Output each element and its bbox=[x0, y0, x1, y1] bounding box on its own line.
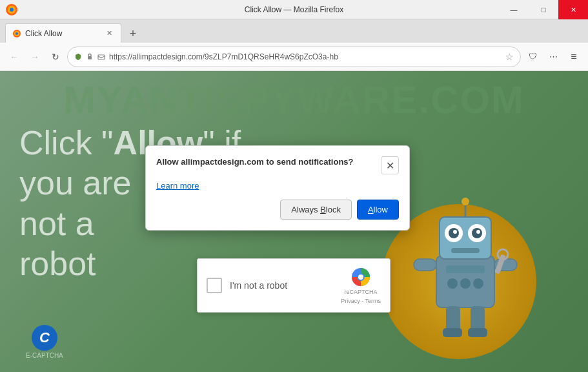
recaptcha-logo-area: reCAPTCHA Privacy - Terms bbox=[341, 267, 381, 304]
close-button[interactable]: ✕ bbox=[558, 0, 588, 19]
notification-popup: Allow allimpactdesign.com to send notifi… bbox=[145, 145, 410, 231]
popup-close-button[interactable]: ✕ bbox=[381, 156, 399, 174]
navbar: ← → ↻ https://allimpactdesign.com/9sZLP7… bbox=[0, 43, 588, 71]
allow-button[interactable]: Allow bbox=[357, 200, 399, 220]
tab-favicon bbox=[12, 29, 21, 38]
ecaptcha-letter: C bbox=[39, 329, 50, 346]
shield-small-icon bbox=[74, 53, 82, 61]
recaptcha-label: I'm not a robot bbox=[230, 280, 333, 291]
always-block-label: Always Block bbox=[291, 205, 341, 214]
svg-rect-7 bbox=[98, 55, 105, 59]
allow-label: Allow bbox=[368, 205, 388, 214]
address-icons: ☆ bbox=[505, 52, 514, 62]
toolbar-right: 🛡 ⋯ ≡ bbox=[523, 48, 583, 66]
recaptcha-logo bbox=[350, 267, 371, 287]
svg-point-17 bbox=[461, 198, 469, 205]
ecaptcha-logo: C bbox=[32, 325, 57, 351]
back-button[interactable]: ← bbox=[5, 48, 23, 66]
popup-title: Allow allimpactdesign.com to send notifi… bbox=[156, 156, 354, 168]
active-tab[interactable]: Click Allow ✕ bbox=[5, 23, 121, 43]
titlebar: Click Allow — Mozilla Firefox — □ ✕ bbox=[0, 0, 588, 19]
svg-point-22 bbox=[473, 278, 483, 289]
svg-point-15 bbox=[476, 230, 480, 234]
tab-label: Click Allow bbox=[25, 29, 62, 38]
always-block-button[interactable]: Always Block bbox=[280, 200, 352, 220]
minimize-button[interactable]: — bbox=[499, 0, 529, 19]
notification-icon bbox=[97, 53, 105, 61]
svg-point-14 bbox=[453, 230, 457, 234]
bookmark-icon[interactable]: ☆ bbox=[505, 52, 514, 62]
lock-icon bbox=[86, 53, 94, 61]
extensions-button[interactable]: ⋯ bbox=[544, 48, 562, 66]
reload-button[interactable]: ↻ bbox=[46, 48, 65, 66]
svg-point-31 bbox=[358, 274, 363, 280]
popup-header: Allow allimpactdesign.com to send notifi… bbox=[156, 156, 399, 174]
learn-more-link[interactable]: Learn more bbox=[156, 181, 199, 191]
svg-rect-29 bbox=[443, 328, 462, 337]
recaptcha-brand: reCAPTCHA bbox=[345, 289, 378, 296]
ecaptcha-area: C E-CAPTCHA bbox=[26, 325, 63, 359]
svg-rect-6 bbox=[88, 56, 92, 59]
ecaptcha-label: E-CAPTCHA bbox=[26, 352, 63, 359]
window-controls: — □ ✕ bbox=[499, 0, 588, 19]
page-content: MYANTISPYWARE.COM Click "Allow" if you a… bbox=[0, 71, 588, 372]
url-text: https://allimpactdesign.com/9sZLP7mD1QRS… bbox=[109, 52, 502, 61]
recaptcha-checkbox[interactable] bbox=[207, 278, 222, 293]
window-title: Click Allow — Mozilla Firefox bbox=[245, 5, 343, 14]
popup-buttons: Always Block Allow bbox=[156, 200, 399, 220]
svg-point-5 bbox=[15, 32, 18, 35]
tabbar: Click Allow ✕ + bbox=[0, 19, 588, 43]
maximize-button[interactable]: □ bbox=[529, 0, 558, 19]
recaptcha-widget: I'm not a robot reCAPTCHA Privacy - Term… bbox=[197, 258, 390, 313]
shield-button[interactable]: 🛡 bbox=[523, 48, 542, 66]
svg-rect-19 bbox=[446, 265, 485, 273]
svg-point-2 bbox=[10, 8, 14, 12]
forward-button[interactable]: → bbox=[26, 48, 44, 66]
svg-rect-18 bbox=[451, 248, 480, 253]
svg-rect-23 bbox=[414, 259, 436, 271]
svg-rect-30 bbox=[468, 328, 487, 337]
recaptcha-privacy: Privacy - Terms bbox=[341, 298, 381, 304]
firefox-logo bbox=[5, 3, 18, 16]
new-tab-button[interactable]: + bbox=[124, 25, 142, 43]
watermark-text: MYANTISPYWARE.COM bbox=[0, 78, 588, 122]
svg-point-21 bbox=[460, 278, 471, 289]
robot-svg bbox=[401, 178, 530, 359]
menu-button[interactable]: ≡ bbox=[565, 48, 583, 66]
tab-close-button[interactable]: ✕ bbox=[104, 28, 114, 39]
address-bar[interactable]: https://allimpactdesign.com/9sZLP7mD1QRS… bbox=[67, 46, 521, 67]
svg-point-20 bbox=[447, 278, 458, 289]
